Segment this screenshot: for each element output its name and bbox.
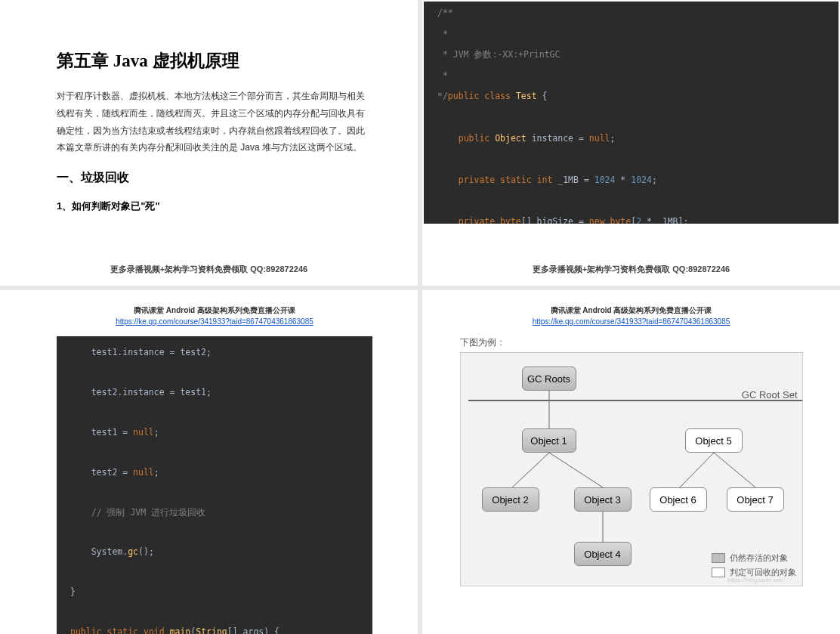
intro-paragraph: 对于程序计数器、虚拟机栈、本地方法栈这三个部分而言，其生命周期与相关线程有关，随…	[57, 88, 365, 156]
node-object-3: Object 3	[574, 487, 632, 512]
header-link[interactable]: https://ke.qq.com/course/341933?taid=867…	[57, 317, 372, 326]
gc-diagram: GC Root Set GC Roots Object 1 Object 2 O…	[460, 352, 803, 586]
node-object-4: Object 4	[574, 542, 632, 566]
node-object-2: Object 2	[482, 487, 539, 512]
page-4: 腾讯课堂 Android 高级架构系列免费直播公开课 https://ke.qq…	[422, 290, 840, 634]
legend-swatch-dark	[712, 553, 725, 563]
node-object-7: Object 7	[727, 487, 784, 512]
footer-note: 更多录播视频+架构学习资料免费领取 QQ:892872246	[422, 264, 840, 275]
diagram-label: 下图为例：	[460, 336, 810, 349]
legend-alive: 仍然存活的对象	[712, 552, 796, 564]
svg-line-1	[512, 453, 549, 487]
node-gc-roots: GC Roots	[522, 366, 576, 391]
header-note: 腾讯课堂 Android 高级架构系列免费直播公开课	[57, 305, 372, 316]
code-block-bottom: test1.instance = test2; test2.instance =…	[57, 336, 372, 634]
node-object-1: Object 1	[522, 428, 576, 453]
chapter-title: 第五章 Java 虚拟机原理	[57, 49, 365, 73]
page-3: 腾讯课堂 Android 高级架构系列免费直播公开课 https://ke.qq…	[0, 290, 418, 634]
node-object-5: Object 5	[685, 428, 743, 453]
watermark: https://blog.csdn.net/...	[727, 577, 789, 583]
legend-swatch-white	[712, 568, 725, 577]
page-1: 第五章 Java 虚拟机原理 对于程序计数器、虚拟机栈、本地方法栈这三个部分而言…	[0, 0, 418, 286]
svg-line-4	[680, 453, 714, 487]
header-note: 腾讯课堂 Android 高级架构系列免费直播公开课	[452, 305, 810, 316]
node-object-6: Object 6	[650, 487, 707, 512]
footer-note: 更多录播视频+架构学习资料免费领取 QQ:892872246	[0, 264, 418, 275]
subsection-heading: 1、如何判断对象已"死"	[57, 199, 365, 213]
code-block-top: /** * * JVM 参数:-XX:+PrintGC * */public c…	[424, 2, 838, 224]
diagram-edges	[461, 353, 802, 586]
section-heading: 一、垃圾回收	[57, 170, 365, 186]
svg-line-2	[549, 453, 603, 487]
svg-line-5	[714, 453, 755, 487]
header-link[interactable]: https://ke.qq.com/course/341933?taid=867…	[452, 317, 810, 326]
page-2: /** * * JVM 参数:-XX:+PrintGC * */public c…	[422, 0, 840, 286]
